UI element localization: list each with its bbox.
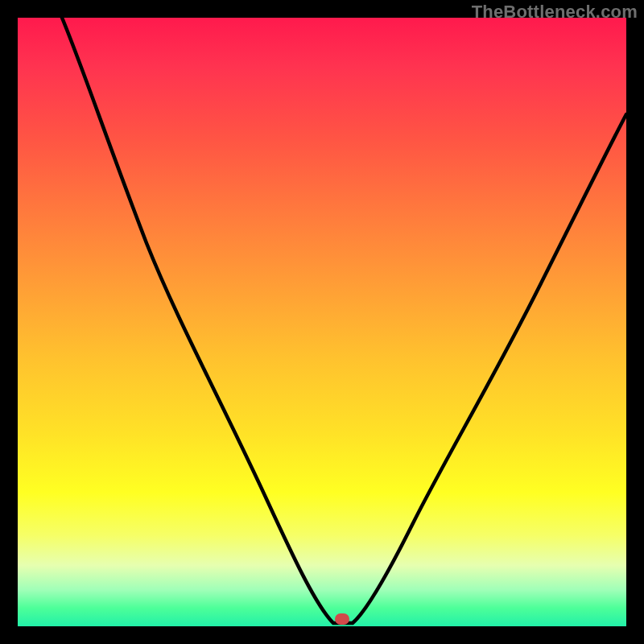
watermark-text: TheBottleneck.com (472, 2, 638, 23)
bottleneck-curve (18, 18, 626, 626)
chart-frame: TheBottleneck.com (0, 0, 644, 644)
curve-path (62, 18, 626, 623)
optimal-marker (335, 613, 349, 625)
plot-area (18, 18, 626, 626)
